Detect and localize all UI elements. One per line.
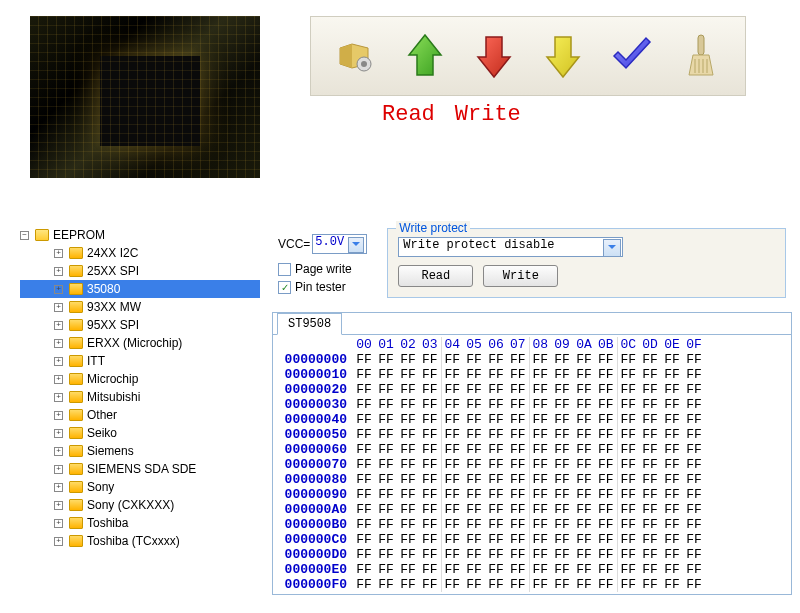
- hex-byte[interactable]: FF: [463, 412, 485, 427]
- hex-byte[interactable]: FF: [353, 562, 375, 577]
- page-write-checkbox[interactable]: [278, 263, 291, 276]
- hex-byte[interactable]: FF: [419, 502, 441, 517]
- hex-byte[interactable]: FF: [617, 442, 639, 457]
- hex-byte[interactable]: FF: [463, 382, 485, 397]
- hex-byte[interactable]: FF: [683, 532, 705, 547]
- expand-icon[interactable]: +: [54, 357, 63, 366]
- hex-byte[interactable]: FF: [683, 517, 705, 532]
- hex-byte[interactable]: FF: [551, 517, 573, 532]
- hex-byte[interactable]: FF: [683, 427, 705, 442]
- hex-byte[interactable]: FF: [375, 457, 397, 472]
- hex-byte[interactable]: FF: [397, 502, 419, 517]
- tree-root-eeprom[interactable]: − EEPROM: [20, 226, 260, 244]
- hex-byte[interactable]: FF: [485, 397, 507, 412]
- tree-item[interactable]: +35080: [20, 280, 260, 298]
- hex-byte[interactable]: FF: [529, 472, 551, 487]
- tree-item[interactable]: +Microchip: [20, 370, 260, 388]
- open-chip-icon[interactable]: [331, 31, 381, 81]
- pin-tester-checkbox[interactable]: ✓: [278, 281, 291, 294]
- hex-byte[interactable]: FF: [507, 487, 529, 502]
- hex-byte[interactable]: FF: [441, 457, 463, 472]
- hex-byte[interactable]: FF: [529, 487, 551, 502]
- hex-byte[interactable]: FF: [485, 487, 507, 502]
- hex-byte[interactable]: FF: [397, 562, 419, 577]
- hex-byte[interactable]: FF: [463, 397, 485, 412]
- hex-byte[interactable]: FF: [661, 577, 683, 592]
- hex-byte[interactable]: FF: [661, 487, 683, 502]
- hex-byte[interactable]: FF: [551, 352, 573, 367]
- hex-byte[interactable]: FF: [529, 517, 551, 532]
- hex-byte[interactable]: FF: [485, 427, 507, 442]
- hex-byte[interactable]: FF: [573, 517, 595, 532]
- hex-byte[interactable]: FF: [397, 382, 419, 397]
- hex-byte[interactable]: FF: [661, 367, 683, 382]
- hex-byte[interactable]: FF: [353, 532, 375, 547]
- hex-byte[interactable]: FF: [551, 442, 573, 457]
- hex-byte[interactable]: FF: [595, 577, 617, 592]
- hex-byte[interactable]: FF: [353, 382, 375, 397]
- hex-byte[interactable]: FF: [661, 562, 683, 577]
- hex-byte[interactable]: FF: [507, 577, 529, 592]
- hex-byte[interactable]: FF: [573, 562, 595, 577]
- tree-item[interactable]: +Siemens: [20, 442, 260, 460]
- hex-byte[interactable]: FF: [485, 547, 507, 562]
- hex-byte[interactable]: FF: [573, 382, 595, 397]
- hex-byte[interactable]: FF: [683, 487, 705, 502]
- expand-icon[interactable]: +: [54, 429, 63, 438]
- hex-byte[interactable]: FF: [551, 577, 573, 592]
- hex-byte[interactable]: FF: [573, 532, 595, 547]
- hex-byte[interactable]: FF: [617, 532, 639, 547]
- hex-byte[interactable]: FF: [419, 577, 441, 592]
- hex-byte[interactable]: FF: [683, 367, 705, 382]
- hex-byte[interactable]: FF: [529, 367, 551, 382]
- hex-byte[interactable]: FF: [397, 397, 419, 412]
- hex-byte[interactable]: FF: [353, 367, 375, 382]
- hex-byte[interactable]: FF: [441, 397, 463, 412]
- hex-byte[interactable]: FF: [463, 547, 485, 562]
- hex-content[interactable]: 000102030405060708090A0B0C0D0E0F00000000…: [273, 334, 791, 594]
- read-button[interactable]: Read: [398, 265, 473, 287]
- hex-byte[interactable]: FF: [551, 367, 573, 382]
- hex-byte[interactable]: FF: [639, 502, 661, 517]
- check-icon[interactable]: [607, 31, 657, 81]
- hex-byte[interactable]: FF: [661, 517, 683, 532]
- hex-byte[interactable]: FF: [419, 487, 441, 502]
- hex-byte[interactable]: FF: [353, 457, 375, 472]
- hex-byte[interactable]: FF: [375, 382, 397, 397]
- hex-byte[interactable]: FF: [595, 547, 617, 562]
- hex-byte[interactable]: FF: [485, 472, 507, 487]
- expand-icon[interactable]: +: [54, 375, 63, 384]
- hex-byte[interactable]: FF: [397, 367, 419, 382]
- device-tree[interactable]: − EEPROM +24XX I2C+25XX SPI+35080+93XX M…: [20, 226, 260, 550]
- hex-byte[interactable]: FF: [375, 547, 397, 562]
- hex-byte[interactable]: FF: [573, 367, 595, 382]
- hex-byte[interactable]: FF: [507, 547, 529, 562]
- hex-byte[interactable]: FF: [353, 502, 375, 517]
- hex-byte[interactable]: FF: [397, 427, 419, 442]
- hex-byte[interactable]: FF: [617, 457, 639, 472]
- hex-byte[interactable]: FF: [639, 577, 661, 592]
- hex-byte[interactable]: FF: [595, 532, 617, 547]
- tree-item[interactable]: +SIEMENS SDA SDE: [20, 460, 260, 478]
- hex-byte[interactable]: FF: [419, 427, 441, 442]
- hex-byte[interactable]: FF: [551, 427, 573, 442]
- hex-byte[interactable]: FF: [595, 472, 617, 487]
- hex-byte[interactable]: FF: [419, 442, 441, 457]
- hex-byte[interactable]: FF: [639, 532, 661, 547]
- hex-byte[interactable]: FF: [485, 502, 507, 517]
- hex-byte[interactable]: FF: [639, 352, 661, 367]
- tree-item[interactable]: +Mitsubishi: [20, 388, 260, 406]
- hex-byte[interactable]: FF: [441, 487, 463, 502]
- hex-byte[interactable]: FF: [441, 562, 463, 577]
- hex-byte[interactable]: FF: [463, 502, 485, 517]
- hex-byte[interactable]: FF: [441, 517, 463, 532]
- hex-byte[interactable]: FF: [617, 382, 639, 397]
- hex-byte[interactable]: FF: [573, 457, 595, 472]
- hex-byte[interactable]: FF: [617, 397, 639, 412]
- hex-byte[interactable]: FF: [375, 442, 397, 457]
- hex-byte[interactable]: FF: [375, 517, 397, 532]
- hex-byte[interactable]: FF: [485, 442, 507, 457]
- hex-byte[interactable]: FF: [661, 457, 683, 472]
- hex-byte[interactable]: FF: [441, 427, 463, 442]
- tree-item[interactable]: +ITT: [20, 352, 260, 370]
